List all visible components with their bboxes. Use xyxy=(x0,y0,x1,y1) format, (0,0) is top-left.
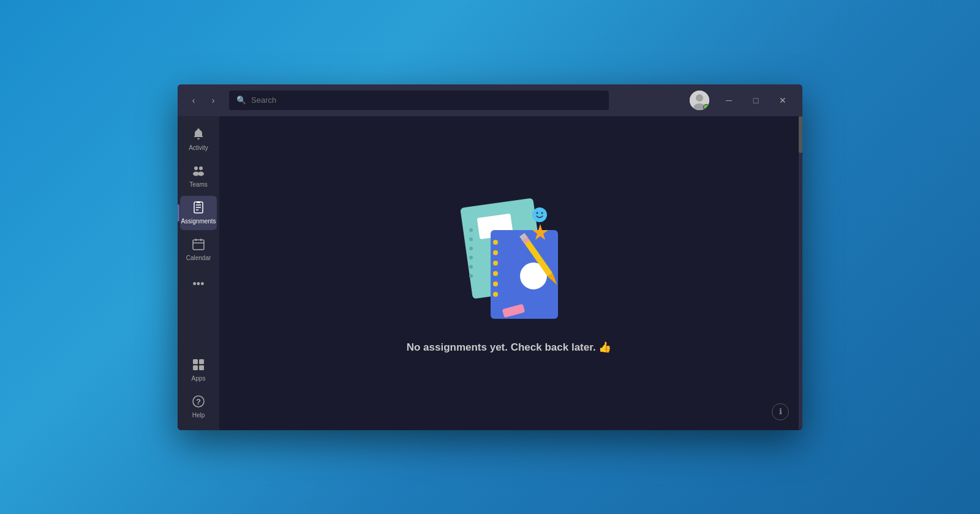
avatar[interactable] xyxy=(690,91,709,110)
avatar-status xyxy=(703,104,709,110)
svg-point-32 xyxy=(493,250,498,255)
svg-rect-16 xyxy=(193,359,198,364)
minimize-button[interactable]: ─ xyxy=(717,91,741,110)
empty-state: No assignments yet. Check back later. 👍 xyxy=(407,190,612,356)
svg-point-34 xyxy=(493,271,498,276)
svg-point-4 xyxy=(199,166,203,170)
scrollbar-thumb[interactable] xyxy=(799,116,802,153)
activity-icon xyxy=(192,127,205,143)
scrollbar[interactable] xyxy=(799,116,802,430)
assignments-icon xyxy=(192,201,205,216)
main-content: Activity Teams xyxy=(178,116,802,430)
search-bar: 🔍 xyxy=(229,91,609,110)
maximize-button[interactable]: □ xyxy=(744,91,768,110)
titlebar-right: ─ □ ✕ xyxy=(690,91,795,110)
search-input[interactable] xyxy=(251,95,601,105)
svg-text:?: ? xyxy=(196,397,201,406)
svg-point-43 xyxy=(537,212,538,214)
sidebar-item-activity[interactable]: Activity xyxy=(180,122,217,157)
svg-point-6 xyxy=(198,171,204,176)
svg-point-27 xyxy=(469,256,473,259)
svg-point-26 xyxy=(469,247,473,250)
teams-label: Teams xyxy=(189,181,207,188)
illustration xyxy=(448,190,570,325)
svg-point-3 xyxy=(194,166,198,170)
svg-point-35 xyxy=(493,281,498,286)
svg-rect-18 xyxy=(193,365,198,370)
sidebar-item-calendar[interactable]: Calendar xyxy=(180,233,217,267)
sidebar-item-apps[interactable]: Apps xyxy=(180,353,217,387)
sidebar: Activity Teams xyxy=(178,116,219,430)
svg-point-24 xyxy=(469,228,473,232)
empty-message: No assignments yet. Check back later. 👍 xyxy=(407,340,612,356)
svg-rect-19 xyxy=(199,365,204,370)
more-button[interactable]: ••• xyxy=(180,273,217,296)
svg-point-31 xyxy=(493,240,498,245)
assignments-label: Assignments xyxy=(181,218,216,225)
svg-rect-17 xyxy=(199,359,204,364)
sidebar-item-teams[interactable]: Teams xyxy=(180,159,217,193)
apps-icon xyxy=(192,358,205,373)
svg-rect-11 xyxy=(197,201,200,203)
titlebar: ‹ › 🔍 ─ □ ✕ xyxy=(178,84,802,116)
close-button[interactable]: ✕ xyxy=(771,91,795,110)
app-window: ‹ › 🔍 ─ □ ✕ xyxy=(178,84,802,430)
forward-button[interactable]: › xyxy=(205,92,222,109)
apps-label: Apps xyxy=(192,375,206,382)
search-icon: 🔍 xyxy=(236,95,246,105)
svg-rect-12 xyxy=(193,240,204,250)
back-button[interactable]: ‹ xyxy=(185,92,202,109)
svg-point-1 xyxy=(696,94,703,102)
svg-point-28 xyxy=(469,265,473,269)
help-icon: ? xyxy=(192,395,205,410)
teams-icon xyxy=(192,164,205,179)
nav-buttons: ‹ › xyxy=(185,92,222,109)
info-button[interactable]: ℹ xyxy=(772,403,789,420)
sidebar-item-assignments[interactable]: Assignments xyxy=(180,196,217,230)
svg-point-44 xyxy=(541,212,543,214)
calendar-icon xyxy=(192,237,205,253)
calendar-label: Calendar xyxy=(186,255,211,262)
svg-point-29 xyxy=(469,274,473,278)
svg-point-42 xyxy=(532,207,547,222)
content-area: No assignments yet. Check back later. 👍 … xyxy=(219,116,799,430)
svg-point-25 xyxy=(469,237,473,241)
sidebar-item-help[interactable]: ? Help xyxy=(180,390,217,424)
activity-label: Activity xyxy=(189,144,208,152)
svg-point-33 xyxy=(493,261,498,266)
help-label: Help xyxy=(192,412,205,419)
svg-point-36 xyxy=(493,292,498,297)
